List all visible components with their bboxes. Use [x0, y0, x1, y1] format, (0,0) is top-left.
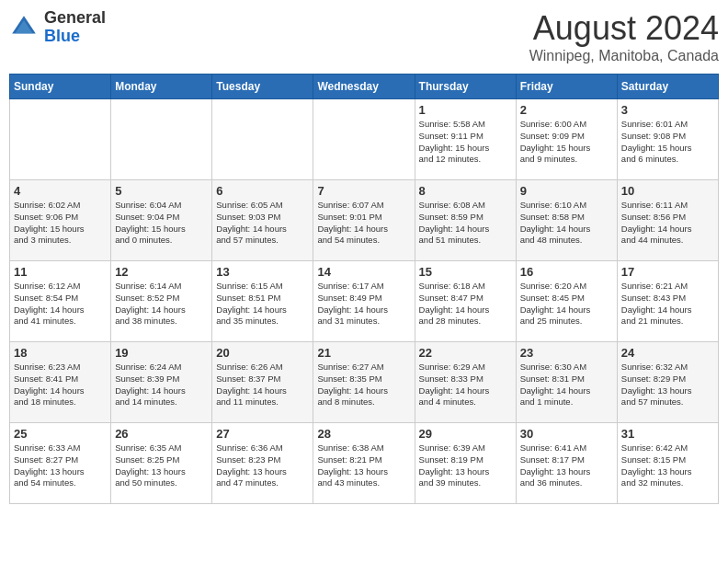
calendar-cell: 25Sunrise: 6:33 AM Sunset: 8:27 PM Dayli…: [10, 423, 111, 504]
day-number: 2: [520, 103, 613, 117]
column-header-saturday: Saturday: [617, 75, 718, 99]
column-header-thursday: Thursday: [415, 75, 516, 99]
cell-info: Sunrise: 6:08 AM Sunset: 8:59 PM Dayligh…: [419, 200, 512, 247]
day-number: 24: [621, 346, 714, 360]
cell-info: Sunrise: 6:21 AM Sunset: 8:43 PM Dayligh…: [621, 281, 714, 327]
page-header: General Blue August 2024 Winnipeg, Manit…: [9, 9, 719, 64]
column-header-sunday: Sunday: [10, 75, 111, 99]
calendar-week-5: 25Sunrise: 6:33 AM Sunset: 8:27 PM Dayli…: [10, 423, 719, 504]
calendar-cell: 20Sunrise: 6:26 AM Sunset: 8:37 PM Dayli…: [212, 342, 313, 423]
day-number: 7: [317, 184, 410, 198]
column-header-monday: Monday: [111, 75, 212, 99]
day-number: 19: [115, 346, 208, 360]
cell-info: Sunrise: 6:10 AM Sunset: 8:58 PM Dayligh…: [520, 200, 613, 247]
cell-info: Sunrise: 6:30 AM Sunset: 8:31 PM Dayligh…: [520, 362, 613, 408]
day-number: 17: [621, 265, 714, 279]
day-number: 6: [216, 184, 309, 198]
column-header-wednesday: Wednesday: [313, 75, 415, 99]
calendar-week-3: 11Sunrise: 6:12 AM Sunset: 8:54 PM Dayli…: [10, 261, 719, 342]
calendar-cell: 31Sunrise: 6:42 AM Sunset: 8:15 PM Dayli…: [617, 423, 718, 504]
cell-info: Sunrise: 6:05 AM Sunset: 9:03 PM Dayligh…: [216, 200, 309, 247]
cell-info: Sunrise: 6:26 AM Sunset: 8:37 PM Dayligh…: [216, 362, 309, 408]
location: Winnipeg, Manitoba, Canada: [529, 48, 719, 64]
column-header-tuesday: Tuesday: [212, 75, 313, 99]
cell-info: Sunrise: 6:07 AM Sunset: 9:01 PM Dayligh…: [317, 200, 410, 247]
day-number: 1: [419, 103, 512, 117]
day-number: 15: [419, 265, 512, 279]
calendar-cell: [313, 99, 415, 180]
cell-info: Sunrise: 6:41 AM Sunset: 8:17 PM Dayligh…: [520, 442, 613, 489]
cell-info: Sunrise: 6:02 AM Sunset: 9:06 PM Dayligh…: [14, 200, 107, 247]
cell-info: Sunrise: 6:18 AM Sunset: 8:47 PM Dayligh…: [419, 281, 512, 327]
calendar-table: SundayMondayTuesdayWednesdayThursdayFrid…: [9, 74, 719, 504]
cell-info: Sunrise: 6:20 AM Sunset: 8:45 PM Dayligh…: [520, 281, 613, 327]
cell-info: Sunrise: 6:39 AM Sunset: 8:19 PM Dayligh…: [419, 442, 512, 489]
cell-info: Sunrise: 6:32 AM Sunset: 8:29 PM Dayligh…: [621, 362, 714, 408]
day-number: 22: [419, 346, 512, 360]
calendar-cell: 2Sunrise: 6:00 AM Sunset: 9:09 PM Daylig…: [516, 99, 617, 180]
calendar-cell: [212, 99, 313, 180]
cell-info: Sunrise: 6:33 AM Sunset: 8:27 PM Dayligh…: [14, 442, 107, 489]
calendar-cell: 30Sunrise: 6:41 AM Sunset: 8:17 PM Dayli…: [516, 423, 617, 504]
cell-info: Sunrise: 6:00 AM Sunset: 9:09 PM Dayligh…: [520, 119, 613, 166]
day-number: 13: [216, 265, 309, 279]
calendar-cell: 13Sunrise: 6:15 AM Sunset: 8:51 PM Dayli…: [212, 261, 313, 342]
day-number: 12: [115, 265, 208, 279]
calendar-cell: 29Sunrise: 6:39 AM Sunset: 8:19 PM Dayli…: [415, 423, 516, 504]
day-number: 5: [115, 184, 208, 198]
cell-info: Sunrise: 6:24 AM Sunset: 8:39 PM Dayligh…: [115, 362, 208, 408]
calendar-cell: 21Sunrise: 6:27 AM Sunset: 8:35 PM Dayli…: [313, 342, 415, 423]
day-number: 4: [14, 184, 107, 198]
cell-info: Sunrise: 6:42 AM Sunset: 8:15 PM Dayligh…: [621, 442, 714, 489]
calendar-cell: 12Sunrise: 6:14 AM Sunset: 8:52 PM Dayli…: [111, 261, 212, 342]
calendar-cell: [111, 99, 212, 180]
calendar-cell: [10, 99, 111, 180]
day-number: 31: [621, 427, 714, 441]
day-number: 8: [419, 184, 512, 198]
day-number: 23: [520, 346, 613, 360]
calendar-cell: 5Sunrise: 6:04 AM Sunset: 9:04 PM Daylig…: [111, 180, 212, 261]
cell-info: Sunrise: 6:36 AM Sunset: 8:23 PM Dayligh…: [216, 442, 309, 489]
day-number: 18: [14, 346, 107, 360]
calendar-cell: 23Sunrise: 6:30 AM Sunset: 8:31 PM Dayli…: [516, 342, 617, 423]
day-number: 14: [317, 265, 410, 279]
logo: General Blue: [9, 9, 106, 46]
logo-icon: [9, 13, 39, 42]
cell-info: Sunrise: 6:38 AM Sunset: 8:21 PM Dayligh…: [317, 442, 410, 489]
calendar-cell: 24Sunrise: 6:32 AM Sunset: 8:29 PM Dayli…: [617, 342, 718, 423]
calendar-cell: 14Sunrise: 6:17 AM Sunset: 8:49 PM Dayli…: [313, 261, 415, 342]
day-number: 27: [216, 427, 309, 441]
calendar-cell: 10Sunrise: 6:11 AM Sunset: 8:56 PM Dayli…: [617, 180, 718, 261]
calendar-cell: 6Sunrise: 6:05 AM Sunset: 9:03 PM Daylig…: [212, 180, 313, 261]
cell-info: Sunrise: 6:17 AM Sunset: 8:49 PM Dayligh…: [317, 281, 410, 327]
calendar-cell: 22Sunrise: 6:29 AM Sunset: 8:33 PM Dayli…: [415, 342, 516, 423]
day-number: 9: [520, 184, 613, 198]
calendar-cell: 9Sunrise: 6:10 AM Sunset: 8:58 PM Daylig…: [516, 180, 617, 261]
calendar-cell: 7Sunrise: 6:07 AM Sunset: 9:01 PM Daylig…: [313, 180, 415, 261]
cell-info: Sunrise: 6:14 AM Sunset: 8:52 PM Dayligh…: [115, 281, 208, 327]
day-number: 30: [520, 427, 613, 441]
calendar-week-4: 18Sunrise: 6:23 AM Sunset: 8:41 PM Dayli…: [10, 342, 719, 423]
cell-info: Sunrise: 6:12 AM Sunset: 8:54 PM Dayligh…: [14, 281, 107, 327]
logo-blue-text: Blue: [44, 27, 80, 45]
column-header-friday: Friday: [516, 75, 617, 99]
cell-info: Sunrise: 6:35 AM Sunset: 8:25 PM Dayligh…: [115, 442, 208, 489]
title-block: August 2024 Winnipeg, Manitoba, Canada: [529, 9, 719, 64]
day-number: 21: [317, 346, 410, 360]
cell-info: Sunrise: 6:01 AM Sunset: 9:08 PM Dayligh…: [621, 119, 714, 166]
calendar-cell: 17Sunrise: 6:21 AM Sunset: 8:43 PM Dayli…: [617, 261, 718, 342]
calendar-cell: 19Sunrise: 6:24 AM Sunset: 8:39 PM Dayli…: [111, 342, 212, 423]
calendar-cell: 3Sunrise: 6:01 AM Sunset: 9:08 PM Daylig…: [617, 99, 718, 180]
cell-info: Sunrise: 6:11 AM Sunset: 8:56 PM Dayligh…: [621, 200, 714, 247]
calendar-week-1: 1Sunrise: 5:58 AM Sunset: 9:11 PM Daylig…: [10, 99, 719, 180]
day-number: 28: [317, 427, 410, 441]
day-number: 3: [621, 103, 714, 117]
calendar-cell: 1Sunrise: 5:58 AM Sunset: 9:11 PM Daylig…: [415, 99, 516, 180]
cell-info: Sunrise: 5:58 AM Sunset: 9:11 PM Dayligh…: [419, 119, 512, 166]
logo-general-text: General: [44, 8, 106, 27]
cell-info: Sunrise: 6:15 AM Sunset: 8:51 PM Dayligh…: [216, 281, 309, 327]
cell-info: Sunrise: 6:04 AM Sunset: 9:04 PM Dayligh…: [115, 200, 208, 247]
calendar-cell: 27Sunrise: 6:36 AM Sunset: 8:23 PM Dayli…: [212, 423, 313, 504]
day-number: 26: [115, 427, 208, 441]
header-row: SundayMondayTuesdayWednesdayThursdayFrid…: [10, 75, 719, 99]
